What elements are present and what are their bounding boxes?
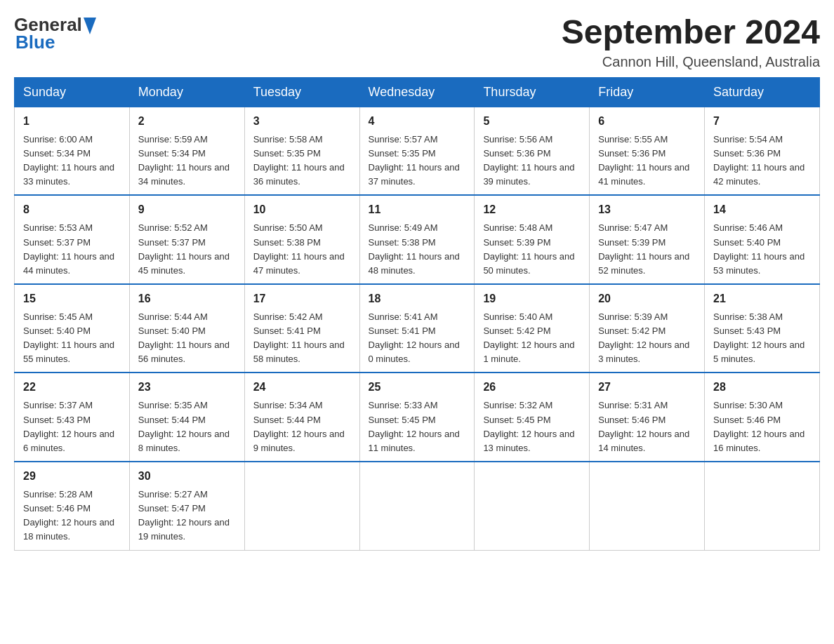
day-info: Sunrise: 5:52 AMSunset: 5:37 PMDaylight:… [138,221,236,278]
table-row: 12Sunrise: 5:48 AMSunset: 5:39 PMDayligh… [475,195,590,284]
svg-marker-0 [84,18,96,34]
day-number: 10 [253,201,351,218]
day-info: Sunrise: 5:39 AMSunset: 5:42 PMDaylight:… [598,310,696,367]
table-row [590,462,705,550]
day-info: Sunrise: 5:58 AMSunset: 5:35 PMDaylight:… [253,133,351,189]
day-info: Sunrise: 5:53 AMSunset: 5:37 PMDaylight:… [23,221,121,278]
table-row: 13Sunrise: 5:47 AMSunset: 5:39 PMDayligh… [590,195,705,284]
week-row-3: 15Sunrise: 5:45 AMSunset: 5:40 PMDayligh… [15,284,820,373]
day-info: Sunrise: 5:40 AMSunset: 5:42 PMDaylight:… [483,310,581,367]
day-number: 11 [369,201,466,218]
day-info: Sunrise: 5:41 AMSunset: 5:41 PMDaylight:… [369,310,466,367]
day-number: 21 [713,290,811,307]
table-row [475,462,590,550]
day-info: Sunrise: 5:30 AMSunset: 5:46 PMDaylight:… [713,398,811,455]
day-number: 17 [253,290,351,307]
day-info: Sunrise: 5:45 AMSunset: 5:40 PMDaylight:… [23,310,121,367]
day-number: 29 [23,468,121,485]
day-info: Sunrise: 5:28 AMSunset: 5:46 PMDaylight:… [23,488,121,544]
days-header-row: Sunday Monday Tuesday Wednesday Thursday… [15,77,820,107]
week-row-1: 1Sunrise: 6:00 AMSunset: 5:34 PMDaylight… [15,107,820,195]
day-number: 8 [23,201,121,218]
table-row: 8Sunrise: 5:53 AMSunset: 5:37 PMDaylight… [15,195,130,284]
day-number: 20 [598,290,696,307]
day-number: 7 [713,113,811,130]
table-row [705,462,820,550]
table-row: 5Sunrise: 5:56 AMSunset: 5:36 PMDaylight… [475,107,590,195]
day-number: 6 [598,113,696,130]
day-info: Sunrise: 5:48 AMSunset: 5:39 PMDaylight:… [483,221,581,278]
day-info: Sunrise: 5:27 AMSunset: 5:47 PMDaylight:… [138,488,236,544]
header-thursday: Thursday [475,77,590,107]
day-info: Sunrise: 5:32 AMSunset: 5:45 PMDaylight:… [483,398,581,455]
table-row: 23Sunrise: 5:35 AMSunset: 5:44 PMDayligh… [129,373,244,462]
header-friday: Friday [590,77,705,107]
table-row: 28Sunrise: 5:30 AMSunset: 5:46 PMDayligh… [705,373,820,462]
table-row: 30Sunrise: 5:27 AMSunset: 5:47 PMDayligh… [129,462,244,550]
table-row: 17Sunrise: 5:42 AMSunset: 5:41 PMDayligh… [244,284,359,373]
day-number: 9 [138,201,236,218]
day-number: 27 [598,379,696,396]
table-row: 26Sunrise: 5:32 AMSunset: 5:45 PMDayligh… [475,373,590,462]
day-info: Sunrise: 5:50 AMSunset: 5:38 PMDaylight:… [253,221,351,278]
table-row: 21Sunrise: 5:38 AMSunset: 5:43 PMDayligh… [705,284,820,373]
day-info: Sunrise: 5:35 AMSunset: 5:44 PMDaylight:… [138,398,236,455]
day-info: Sunrise: 5:44 AMSunset: 5:40 PMDaylight:… [138,310,236,367]
table-row: 7Sunrise: 5:54 AMSunset: 5:36 PMDaylight… [705,107,820,195]
title-area: September 2024 Cannon Hill, Queensland, … [562,14,820,70]
table-row: 27Sunrise: 5:31 AMSunset: 5:46 PMDayligh… [590,373,705,462]
header-wednesday: Wednesday [359,77,475,107]
day-number: 26 [483,379,581,396]
table-row: 25Sunrise: 5:33 AMSunset: 5:45 PMDayligh… [359,373,475,462]
table-row: 6Sunrise: 5:55 AMSunset: 5:36 PMDaylight… [590,107,705,195]
header-saturday: Saturday [705,77,820,107]
table-row [244,462,359,550]
day-number: 14 [713,201,811,218]
day-info: Sunrise: 5:38 AMSunset: 5:43 PMDaylight:… [713,310,811,367]
day-info: Sunrise: 5:56 AMSunset: 5:36 PMDaylight:… [483,133,581,189]
table-row: 10Sunrise: 5:50 AMSunset: 5:38 PMDayligh… [244,195,359,284]
table-row: 15Sunrise: 5:45 AMSunset: 5:40 PMDayligh… [15,284,130,373]
header-tuesday: Tuesday [244,77,359,107]
day-number: 1 [23,113,121,130]
table-row: 11Sunrise: 5:49 AMSunset: 5:38 PMDayligh… [359,195,475,284]
day-number: 12 [483,201,581,218]
day-info: Sunrise: 5:49 AMSunset: 5:38 PMDaylight:… [369,221,466,278]
day-info: Sunrise: 5:37 AMSunset: 5:43 PMDaylight:… [23,398,121,455]
header-sunday: Sunday [15,77,130,107]
logo: General Blue [14,14,96,53]
day-number: 23 [138,379,236,396]
table-row: 20Sunrise: 5:39 AMSunset: 5:42 PMDayligh… [590,284,705,373]
day-number: 22 [23,379,121,396]
day-number: 30 [138,468,236,485]
month-title: September 2024 [562,14,820,51]
day-number: 16 [138,290,236,307]
day-info: Sunrise: 5:46 AMSunset: 5:40 PMDaylight:… [713,221,811,278]
table-row: 29Sunrise: 5:28 AMSunset: 5:46 PMDayligh… [15,462,130,550]
day-number: 4 [369,113,466,130]
logo-blue-text: Blue [14,32,55,53]
day-number: 15 [23,290,121,307]
table-row: 4Sunrise: 5:57 AMSunset: 5:35 PMDaylight… [359,107,475,195]
table-row: 16Sunrise: 5:44 AMSunset: 5:40 PMDayligh… [129,284,244,373]
table-row: 3Sunrise: 5:58 AMSunset: 5:35 PMDaylight… [244,107,359,195]
table-row: 9Sunrise: 5:52 AMSunset: 5:37 PMDaylight… [129,195,244,284]
day-number: 5 [483,113,581,130]
day-number: 13 [598,201,696,218]
calendar-table: Sunday Monday Tuesday Wednesday Thursday… [14,77,820,551]
week-row-5: 29Sunrise: 5:28 AMSunset: 5:46 PMDayligh… [15,462,820,550]
location-title: Cannon Hill, Queensland, Australia [562,54,820,70]
table-row: 22Sunrise: 5:37 AMSunset: 5:43 PMDayligh… [15,373,130,462]
day-number: 19 [483,290,581,307]
day-info: Sunrise: 5:33 AMSunset: 5:45 PMDaylight:… [369,398,466,455]
table-row: 14Sunrise: 5:46 AMSunset: 5:40 PMDayligh… [705,195,820,284]
table-row: 1Sunrise: 6:00 AMSunset: 5:34 PMDaylight… [15,107,130,195]
day-number: 2 [138,113,236,130]
day-info: Sunrise: 5:54 AMSunset: 5:36 PMDaylight:… [713,133,811,189]
week-row-4: 22Sunrise: 5:37 AMSunset: 5:43 PMDayligh… [15,373,820,462]
day-info: Sunrise: 5:34 AMSunset: 5:44 PMDaylight:… [253,398,351,455]
day-info: Sunrise: 5:42 AMSunset: 5:41 PMDaylight:… [253,310,351,367]
table-row [359,462,475,550]
day-info: Sunrise: 5:31 AMSunset: 5:46 PMDaylight:… [598,398,696,455]
logo-triangle-icon [84,18,96,34]
